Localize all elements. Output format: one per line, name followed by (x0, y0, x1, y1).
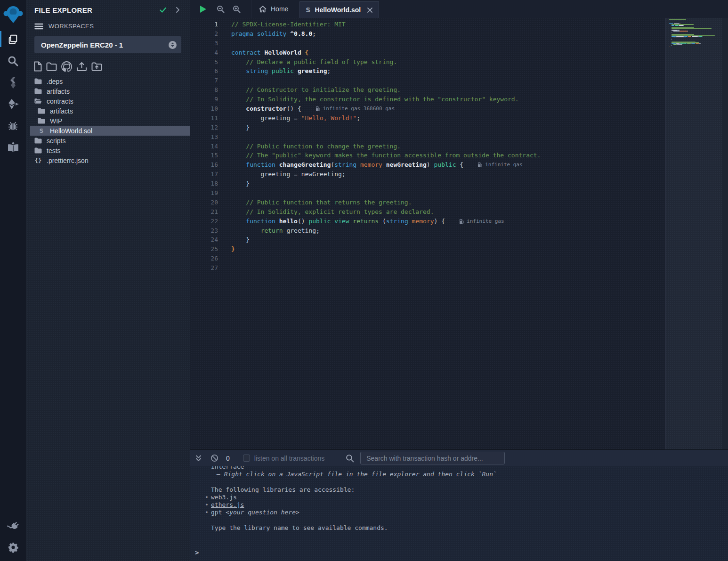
line-number: 11 (190, 114, 218, 123)
activity-learneth[interactable] (0, 137, 26, 158)
code-line-2[interactable]: 2pragma solidity ^0.8.0; (190, 29, 665, 39)
tree-item-label: .prettierrc.json (47, 157, 89, 164)
gas-icon (459, 219, 464, 224)
code-line-1[interactable]: 1// SPDX-License-Identifier: MIT (190, 20, 665, 29)
tab-home[interactable]: Home (251, 0, 296, 18)
activity-remix-logo[interactable] (0, 0, 26, 28)
code-line-3[interactable]: 3 (190, 39, 665, 48)
close-icon[interactable] (367, 7, 373, 13)
line-number: 19 (190, 188, 218, 198)
hamburger-icon[interactable] (34, 23, 43, 30)
code-line-14[interactable]: 14 // Public function to change the gree… (190, 142, 665, 151)
transaction-search-input[interactable] (360, 452, 505, 464)
code-line-17[interactable]: 17 greeting = newGreeting; (190, 170, 665, 179)
code-line-6[interactable]: 6 string public greeting; (190, 66, 665, 76)
tab-helloworld-sol[interactable]: S HelloWorld.sol (299, 1, 379, 18)
folder-icon (34, 88, 42, 94)
tree-item-wip[interactable]: WIP (26, 116, 190, 126)
tree-item-contracts[interactable]: contracts (26, 96, 190, 106)
workspace-updown-icon[interactable] (169, 41, 177, 49)
code-line-16[interactable]: 16 function changeGreeting(string memory… (190, 160, 665, 170)
line-number: 21 (190, 207, 218, 217)
code-line-11[interactable]: 11 greeting = "Hello, World!"; (190, 114, 665, 123)
solidity-file-icon: S (38, 128, 45, 134)
play-icon[interactable] (199, 5, 207, 13)
code-text: function hello() public view returns (st… (231, 217, 445, 226)
line-number: 25 (190, 244, 218, 254)
code-text: contract HelloWorld { (231, 48, 308, 57)
activity-search[interactable] (0, 50, 26, 72)
activity-deploy-and-run[interactable] (0, 93, 26, 115)
code-line-4[interactable]: 4contract HelloWorld { (190, 48, 665, 57)
github-icon[interactable] (61, 61, 72, 72)
line-number: 6 (190, 66, 218, 76)
code-line-20[interactable]: 20 // Public function that returns the g… (190, 198, 665, 207)
tree-item-helloworld-sol[interactable]: SHelloWorld.sol (30, 126, 190, 136)
gas-estimate: infinite gas (459, 217, 504, 226)
upload-file-icon[interactable] (76, 62, 87, 72)
gas-icon (477, 162, 482, 168)
check-icon[interactable] (159, 6, 167, 14)
activity-file-explorer[interactable] (0, 28, 26, 50)
code-text: // In Solidity, explicit return types ar… (231, 207, 434, 217)
line-number: 4 (190, 48, 218, 57)
zoom-out-icon[interactable] (217, 5, 225, 13)
code-line-9[interactable]: 9 // In Solidity, the constructor is def… (190, 95, 665, 104)
code-line-15[interactable]: 15 // The "public" keyword makes the fun… (190, 151, 665, 160)
code-line-26[interactable]: 26 (190, 254, 665, 263)
code-line-23[interactable]: 23 return greeting; (190, 226, 665, 236)
new-file-icon[interactable] (34, 61, 42, 72)
code-line-8[interactable]: 8 // Constructor to initialize the greet… (190, 85, 665, 95)
code-line-5[interactable]: 5 // Declare a public field of type stri… (190, 57, 665, 67)
code-line-22[interactable]: 22 function hello() public view returns … (190, 217, 665, 226)
editor-right-strip (665, 18, 728, 449)
code-line-19[interactable]: 19 (190, 188, 665, 198)
folder-icon (34, 147, 42, 154)
code-text: constructor() { (231, 104, 301, 114)
tree-item-artifacts[interactable]: artifacts (26, 86, 190, 96)
tree-item-tests[interactable]: tests (26, 146, 190, 155)
code-line-7[interactable]: 7 (190, 76, 665, 85)
tree-item--prettierrc-json[interactable]: {}.prettierrc.json (26, 155, 190, 165)
tree-item-label: contracts (47, 98, 73, 105)
file-explorer-header: FILE EXPLORER (26, 0, 190, 20)
chevron-right-icon[interactable] (174, 6, 181, 14)
code-line-13[interactable]: 13 (190, 132, 665, 142)
activity-bar-top (0, 0, 26, 158)
terminal-link[interactable]: ethers.js (211, 501, 244, 508)
tree-item-artifacts[interactable]: artifacts (26, 106, 190, 116)
code-line-12[interactable]: 12 } (190, 123, 665, 132)
zoom-in-icon[interactable] (233, 5, 241, 13)
code-line-10[interactable]: 10 constructor() {infinite gas 368600 ga… (190, 104, 665, 114)
gas-estimate: infinite gas (477, 160, 522, 170)
code-text: return greeting; (231, 226, 320, 236)
activity-settings[interactable] (0, 537, 26, 558)
code-text: } (231, 244, 235, 254)
upload-folder-icon[interactable] (91, 62, 102, 71)
terminal-link[interactable]: web3.js (211, 494, 237, 501)
double-chevron-down-icon[interactable] (195, 455, 202, 462)
tree-item-scripts[interactable]: scripts (26, 136, 190, 146)
deploy-and-run-icon (7, 98, 19, 110)
code-line-21[interactable]: 21 // In Solidity, explicit return types… (190, 207, 665, 217)
code-line-24[interactable]: 24 } (190, 235, 665, 244)
code-editor[interactable]: 1// SPDX-License-Identifier: MIT2pragma … (190, 18, 665, 449)
workspace-select[interactable]: OpenZeppelin ERC20 - 1 (34, 36, 181, 53)
line-number: 20 (190, 198, 218, 207)
activity-plugin-manager[interactable] (0, 515, 26, 537)
minimap[interactable] (669, 19, 716, 50)
new-folder-icon[interactable] (46, 62, 57, 71)
ban-icon[interactable] (210, 454, 218, 462)
listen-transactions-checkbox[interactable] (243, 455, 250, 462)
terminal-toolbar: 0 listen on all transactions (190, 450, 728, 466)
code-line-25[interactable]: 25} (190, 244, 665, 254)
activity-debugger[interactable] (0, 115, 26, 137)
tree-item--deps[interactable]: .deps (26, 76, 190, 86)
terminal-blank-line (190, 516, 728, 524)
plugin-manager-icon (7, 520, 19, 532)
code-line-27[interactable]: 27 (190, 263, 665, 273)
activity-solidity-compiler[interactable] (0, 72, 26, 93)
terminal-prompt[interactable]: > (190, 549, 728, 556)
transaction-count: 0 (226, 455, 230, 462)
code-line-18[interactable]: 18 } (190, 179, 665, 188)
